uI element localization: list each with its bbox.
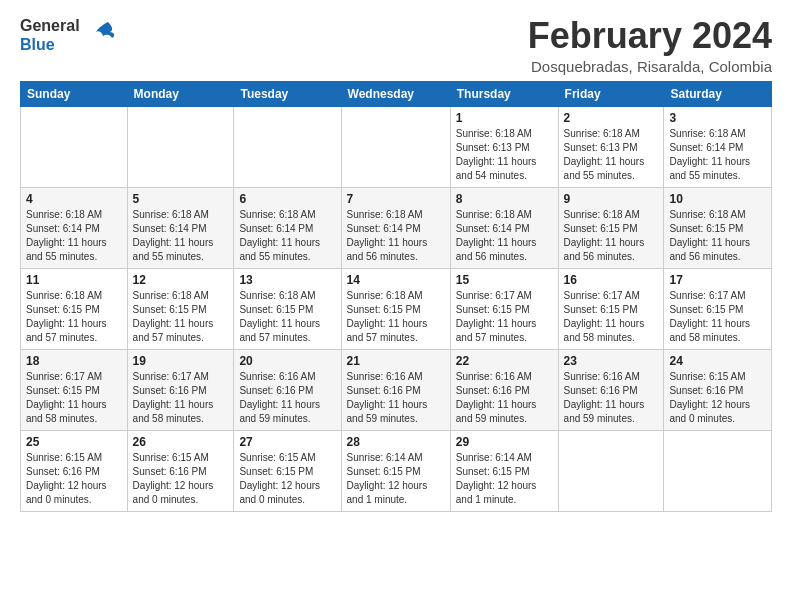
subtitle: Dosquebradas, Risaralda, Colombia	[528, 58, 772, 75]
day-number: 8	[456, 192, 553, 206]
calendar-week-row: 25Sunrise: 6:15 AMSunset: 6:16 PMDayligh…	[21, 430, 772, 511]
main-title: February 2024	[528, 16, 772, 56]
calendar-table: SundayMondayTuesdayWednesdayThursdayFrid…	[20, 81, 772, 512]
weekday-header: Wednesday	[341, 81, 450, 106]
calendar-cell	[558, 430, 664, 511]
header-area: General Blue February 2024 Dosquebradas,…	[20, 16, 772, 75]
calendar-cell: 1Sunrise: 6:18 AMSunset: 6:13 PMDaylight…	[450, 106, 558, 187]
calendar-cell: 23Sunrise: 6:16 AMSunset: 6:16 PMDayligh…	[558, 349, 664, 430]
weekday-header: Tuesday	[234, 81, 341, 106]
logo: General Blue	[20, 16, 118, 54]
day-info: Sunrise: 6:18 AMSunset: 6:14 PMDaylight:…	[456, 208, 553, 264]
day-number: 6	[239, 192, 335, 206]
calendar-cell: 8Sunrise: 6:18 AMSunset: 6:14 PMDaylight…	[450, 187, 558, 268]
calendar-cell: 2Sunrise: 6:18 AMSunset: 6:13 PMDaylight…	[558, 106, 664, 187]
calendar-cell	[127, 106, 234, 187]
day-info: Sunrise: 6:18 AMSunset: 6:14 PMDaylight:…	[239, 208, 335, 264]
calendar-cell: 28Sunrise: 6:14 AMSunset: 6:15 PMDayligh…	[341, 430, 450, 511]
day-info: Sunrise: 6:15 AMSunset: 6:15 PMDaylight:…	[239, 451, 335, 507]
day-number: 28	[347, 435, 445, 449]
calendar-cell: 11Sunrise: 6:18 AMSunset: 6:15 PMDayligh…	[21, 268, 128, 349]
day-info: Sunrise: 6:18 AMSunset: 6:15 PMDaylight:…	[564, 208, 659, 264]
calendar-cell	[234, 106, 341, 187]
calendar-week-row: 1Sunrise: 6:18 AMSunset: 6:13 PMDaylight…	[21, 106, 772, 187]
day-number: 11	[26, 273, 122, 287]
day-info: Sunrise: 6:16 AMSunset: 6:16 PMDaylight:…	[239, 370, 335, 426]
calendar-cell	[664, 430, 772, 511]
calendar-cell: 29Sunrise: 6:14 AMSunset: 6:15 PMDayligh…	[450, 430, 558, 511]
logo-bird-icon	[88, 20, 118, 50]
calendar-cell: 19Sunrise: 6:17 AMSunset: 6:16 PMDayligh…	[127, 349, 234, 430]
calendar-cell: 13Sunrise: 6:18 AMSunset: 6:15 PMDayligh…	[234, 268, 341, 349]
day-number: 1	[456, 111, 553, 125]
day-number: 10	[669, 192, 766, 206]
calendar-week-row: 11Sunrise: 6:18 AMSunset: 6:15 PMDayligh…	[21, 268, 772, 349]
day-number: 18	[26, 354, 122, 368]
day-number: 16	[564, 273, 659, 287]
header-row: SundayMondayTuesdayWednesdayThursdayFrid…	[21, 81, 772, 106]
day-info: Sunrise: 6:18 AMSunset: 6:13 PMDaylight:…	[456, 127, 553, 183]
title-block: February 2024 Dosquebradas, Risaralda, C…	[528, 16, 772, 75]
day-info: Sunrise: 6:18 AMSunset: 6:15 PMDaylight:…	[239, 289, 335, 345]
day-info: Sunrise: 6:17 AMSunset: 6:15 PMDaylight:…	[564, 289, 659, 345]
calendar-week-row: 4Sunrise: 6:18 AMSunset: 6:14 PMDaylight…	[21, 187, 772, 268]
day-number: 3	[669, 111, 766, 125]
calendar-cell: 14Sunrise: 6:18 AMSunset: 6:15 PMDayligh…	[341, 268, 450, 349]
calendar-cell: 27Sunrise: 6:15 AMSunset: 6:15 PMDayligh…	[234, 430, 341, 511]
weekday-header: Friday	[558, 81, 664, 106]
day-number: 9	[564, 192, 659, 206]
day-info: Sunrise: 6:18 AMSunset: 6:15 PMDaylight:…	[133, 289, 229, 345]
day-info: Sunrise: 6:18 AMSunset: 6:15 PMDaylight:…	[347, 289, 445, 345]
calendar-cell: 20Sunrise: 6:16 AMSunset: 6:16 PMDayligh…	[234, 349, 341, 430]
calendar-cell: 12Sunrise: 6:18 AMSunset: 6:15 PMDayligh…	[127, 268, 234, 349]
calendar-cell: 25Sunrise: 6:15 AMSunset: 6:16 PMDayligh…	[21, 430, 128, 511]
calendar-cell: 24Sunrise: 6:15 AMSunset: 6:16 PMDayligh…	[664, 349, 772, 430]
day-number: 24	[669, 354, 766, 368]
day-number: 5	[133, 192, 229, 206]
day-number: 21	[347, 354, 445, 368]
day-number: 19	[133, 354, 229, 368]
day-number: 2	[564, 111, 659, 125]
calendar-cell: 4Sunrise: 6:18 AMSunset: 6:14 PMDaylight…	[21, 187, 128, 268]
day-info: Sunrise: 6:18 AMSunset: 6:15 PMDaylight:…	[26, 289, 122, 345]
day-number: 14	[347, 273, 445, 287]
day-info: Sunrise: 6:16 AMSunset: 6:16 PMDaylight:…	[456, 370, 553, 426]
calendar-cell	[341, 106, 450, 187]
calendar-cell: 22Sunrise: 6:16 AMSunset: 6:16 PMDayligh…	[450, 349, 558, 430]
day-info: Sunrise: 6:18 AMSunset: 6:15 PMDaylight:…	[669, 208, 766, 264]
calendar-cell: 26Sunrise: 6:15 AMSunset: 6:16 PMDayligh…	[127, 430, 234, 511]
calendar-cell: 3Sunrise: 6:18 AMSunset: 6:14 PMDaylight…	[664, 106, 772, 187]
day-number: 17	[669, 273, 766, 287]
day-info: Sunrise: 6:17 AMSunset: 6:15 PMDaylight:…	[456, 289, 553, 345]
weekday-header: Thursday	[450, 81, 558, 106]
day-number: 23	[564, 354, 659, 368]
day-info: Sunrise: 6:16 AMSunset: 6:16 PMDaylight:…	[564, 370, 659, 426]
day-info: Sunrise: 6:15 AMSunset: 6:16 PMDaylight:…	[669, 370, 766, 426]
calendar-cell: 10Sunrise: 6:18 AMSunset: 6:15 PMDayligh…	[664, 187, 772, 268]
day-number: 15	[456, 273, 553, 287]
day-info: Sunrise: 6:17 AMSunset: 6:16 PMDaylight:…	[133, 370, 229, 426]
calendar-cell: 9Sunrise: 6:18 AMSunset: 6:15 PMDaylight…	[558, 187, 664, 268]
weekday-header: Monday	[127, 81, 234, 106]
day-number: 27	[239, 435, 335, 449]
calendar-cell: 17Sunrise: 6:17 AMSunset: 6:15 PMDayligh…	[664, 268, 772, 349]
day-number: 12	[133, 273, 229, 287]
day-number: 22	[456, 354, 553, 368]
day-info: Sunrise: 6:15 AMSunset: 6:16 PMDaylight:…	[133, 451, 229, 507]
calendar-cell: 21Sunrise: 6:16 AMSunset: 6:16 PMDayligh…	[341, 349, 450, 430]
logo-general: General	[20, 16, 80, 35]
day-number: 7	[347, 192, 445, 206]
calendar-cell	[21, 106, 128, 187]
day-info: Sunrise: 6:17 AMSunset: 6:15 PMDaylight:…	[26, 370, 122, 426]
calendar-cell: 18Sunrise: 6:17 AMSunset: 6:15 PMDayligh…	[21, 349, 128, 430]
calendar-cell: 7Sunrise: 6:18 AMSunset: 6:14 PMDaylight…	[341, 187, 450, 268]
calendar-cell: 5Sunrise: 6:18 AMSunset: 6:14 PMDaylight…	[127, 187, 234, 268]
weekday-header: Saturday	[664, 81, 772, 106]
logo-blue: Blue	[20, 35, 80, 54]
day-info: Sunrise: 6:18 AMSunset: 6:14 PMDaylight:…	[133, 208, 229, 264]
day-number: 4	[26, 192, 122, 206]
weekday-header: Sunday	[21, 81, 128, 106]
day-info: Sunrise: 6:16 AMSunset: 6:16 PMDaylight:…	[347, 370, 445, 426]
day-info: Sunrise: 6:14 AMSunset: 6:15 PMDaylight:…	[347, 451, 445, 507]
day-info: Sunrise: 6:14 AMSunset: 6:15 PMDaylight:…	[456, 451, 553, 507]
